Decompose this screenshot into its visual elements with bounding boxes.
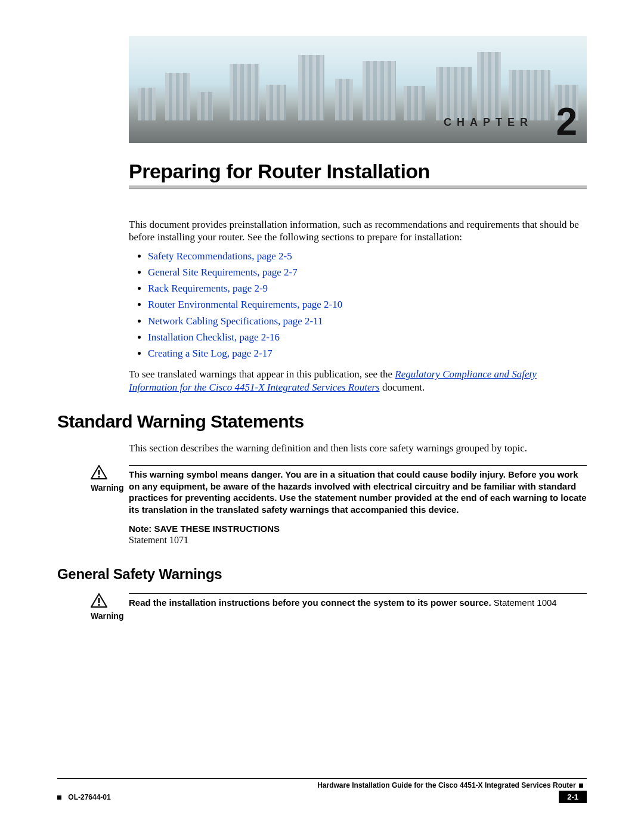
chapter-number: 2 — [556, 103, 577, 141]
toc-list: Safety Recommendations, page 2-5 General… — [129, 250, 587, 360]
translated-prefix: To see translated warnings that appear i… — [129, 368, 395, 380]
warning-text-2: Read the installation instructions befor… — [129, 597, 587, 609]
svg-rect-1 — [98, 470, 100, 475]
footer-guide-title: Hardware Installation Guide for the Cisc… — [317, 781, 575, 789]
translated-suffix: document. — [380, 382, 425, 393]
warning-rule — [129, 465, 587, 466]
page-number-badge: 2-1 — [559, 791, 587, 803]
warning-icon — [91, 465, 129, 482]
footer-square-icon — [57, 795, 61, 800]
footer-square-icon — [579, 784, 583, 788]
warning-block-2: Warning Read the installation instructio… — [57, 593, 587, 621]
section-heading-warnings: Standard Warning Statements — [57, 411, 587, 432]
intro-paragraph: This document provides preinstallation i… — [129, 218, 587, 244]
warning-text-tail: Statement 1004 — [491, 597, 557, 608]
warning-text-bold: This warning symbol means danger. You ar… — [129, 469, 587, 515]
toc-link[interactable]: Installation Checklist, page 2-16 — [148, 332, 280, 343]
footer-doc-id: OL-27644-01 — [64, 793, 110, 801]
warning-block-1: Warning This warning symbol means danger… — [57, 465, 587, 546]
svg-rect-4 — [98, 598, 100, 603]
warning-text-bold: Read the installation instructions befor… — [129, 597, 491, 608]
chapter-label: CHAPTER — [444, 116, 533, 129]
toc-link[interactable]: Safety Recommendations, page 2-5 — [148, 250, 292, 262]
chapter-banner: CHAPTER 2 — [129, 36, 587, 143]
skyline-graphic — [129, 61, 587, 120]
page-title: Preparing for Router Installation — [129, 160, 587, 183]
warning-text-1: This warning symbol means danger. You ar… — [129, 469, 587, 515]
svg-rect-5 — [98, 604, 100, 606]
page-footer: Hardware Installation Guide for the Cisc… — [57, 778, 587, 803]
svg-rect-2 — [98, 476, 100, 478]
toc-link[interactable]: Router Environmental Requirements, page … — [148, 299, 342, 310]
statement-number: Statement 1071 — [129, 535, 587, 546]
warning-label: Warning — [91, 611, 129, 621]
warning-note: Note: SAVE THESE INSTRUCTIONS — [129, 524, 587, 534]
section-lead: This section describes the warning defin… — [129, 442, 587, 454]
translated-note: To see translated warnings that appear i… — [129, 368, 587, 394]
warning-icon — [91, 593, 129, 610]
toc-link[interactable]: General Site Requirements, page 2-7 — [148, 267, 298, 278]
warning-label: Warning — [91, 483, 129, 493]
title-rule — [129, 185, 587, 188]
warning-rule — [129, 593, 587, 594]
toc-link[interactable]: Network Cabling Specifications, page 2-1… — [148, 315, 323, 327]
toc-link[interactable]: Rack Requirements, page 2-9 — [148, 283, 268, 294]
toc-link[interactable]: Creating a Site Log, page 2-17 — [148, 348, 273, 359]
subsection-heading-general: General Safety Warnings — [57, 566, 587, 583]
